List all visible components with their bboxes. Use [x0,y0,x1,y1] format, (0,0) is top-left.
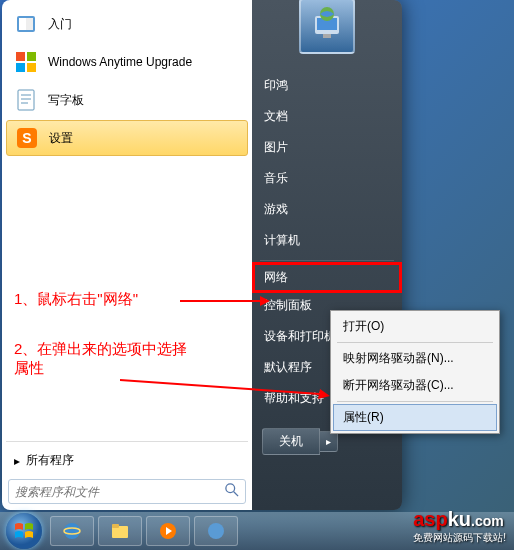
all-programs-button[interactable]: ▸ 所有程序 [6,446,248,475]
start-menu-left-panel: 入门 Windows Anytime Upgrade 写字板 S 设置 1、鼠标… [2,0,252,510]
chevron-right-icon: ▸ [14,454,20,468]
right-item-games[interactable]: 游戏 [252,194,402,225]
svg-rect-1 [19,18,26,30]
divider [6,441,248,442]
svg-rect-21 [323,34,331,38]
search-box[interactable] [8,479,246,504]
context-menu: 打开(O) 映射网络驱动器(N)... 断开网络驱动器(C)... 属性(R) [330,310,500,434]
sogou-icon: S [13,124,41,152]
right-item-computer[interactable]: 计算机 [252,225,402,256]
ctx-separator [337,342,493,343]
taskbar-explorer-icon[interactable] [98,516,142,546]
svg-rect-6 [27,63,36,72]
menu-item-getting-started[interactable]: 入门 [6,6,248,42]
ctx-separator [337,401,493,402]
search-input[interactable] [15,485,225,499]
profile-picture[interactable] [299,0,355,54]
menu-item-label: 写字板 [48,92,84,109]
ctx-map-drive[interactable]: 映射网络驱动器(N)... [333,345,497,372]
separator [260,260,394,261]
right-item-user[interactable]: 印鸿 [252,70,402,101]
all-programs-label: 所有程序 [26,452,74,469]
taskbar-ie-icon[interactable] [50,516,94,546]
menu-item-label: 入门 [48,16,72,33]
ctx-properties[interactable]: 属性(R) [333,404,497,431]
svg-point-17 [226,484,235,493]
right-item-music[interactable]: 音乐 [252,163,402,194]
svg-rect-7 [18,90,34,110]
taskbar-app-icon[interactable] [194,516,238,546]
right-item-network[interactable]: 网络 [252,262,402,293]
svg-rect-3 [16,52,25,61]
svg-point-23 [64,523,80,539]
svg-rect-5 [16,63,25,72]
shutdown-options-button[interactable]: ▸ [320,431,338,452]
svg-text:S: S [22,130,31,146]
book-icon [12,10,40,38]
menu-item-anytime-upgrade[interactable]: Windows Anytime Upgrade [6,44,248,80]
search-icon [225,483,239,500]
taskbar [0,512,514,550]
svg-rect-2 [26,18,33,30]
ctx-disconnect-drive[interactable]: 断开网络驱动器(C)... [333,372,497,399]
taskbar-wmp-icon[interactable] [146,516,190,546]
svg-rect-4 [27,52,36,61]
right-item-documents[interactable]: 文档 [252,101,402,132]
svg-line-18 [234,492,238,496]
menu-item-settings[interactable]: S 设置 [6,120,248,156]
ctx-open[interactable]: 打开(O) [333,313,497,340]
right-item-pictures[interactable]: 图片 [252,132,402,163]
menu-item-label: 设置 [49,130,73,147]
wordpad-icon [12,86,40,114]
svg-point-29 [208,523,224,539]
menu-item-wordpad[interactable]: 写字板 [6,82,248,118]
start-button[interactable] [6,513,42,549]
windows-icon [12,48,40,76]
svg-rect-26 [112,524,119,528]
shutdown-button[interactable]: 关机 [262,428,320,455]
menu-item-label: Windows Anytime Upgrade [48,55,192,69]
